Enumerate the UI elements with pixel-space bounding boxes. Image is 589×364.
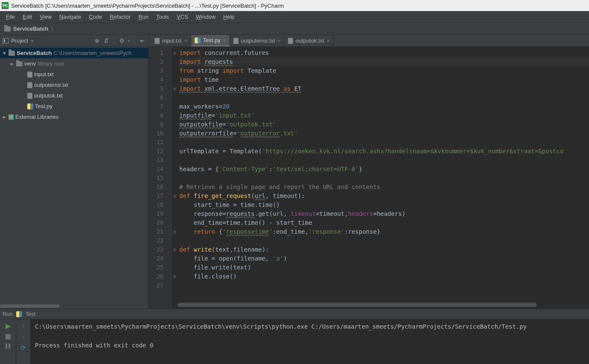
tree-item-outputok-txt[interactable]: outputok.txt (0, 90, 148, 101)
down-arrow-icon[interactable]: ↓ (22, 333, 25, 340)
tab-outputok-txt[interactable]: outputok.txt× (284, 35, 333, 46)
run-body: ▶ ↑ ↓ ⟳ C:\Users\maarten_smeets\PycharmP… (0, 319, 589, 364)
up-arrow-icon[interactable]: ↑ (22, 322, 25, 329)
code-line-25[interactable]: file.write(text) (179, 263, 589, 272)
tree-item-input-txt[interactable]: input.txt (0, 69, 148, 80)
menu-vcs[interactable]: VCS (173, 12, 192, 22)
project-panel-label[interactable]: Project (11, 37, 28, 44)
fold-gutter[interactable]: ⊟⊟⊟⊟⊟⊟ (172, 47, 178, 309)
close-icon[interactable]: × (223, 37, 226, 43)
library-icon (9, 115, 14, 120)
code-line-22[interactable] (179, 236, 589, 245)
code-line-19[interactable]: response=requests.get(url, timeout=timeo… (179, 209, 589, 218)
locate-icon[interactable]: ⊕ (93, 37, 100, 44)
app-icon: PC (2, 2, 9, 9)
text-file-icon (155, 38, 160, 44)
menu-view[interactable]: View (36, 12, 55, 22)
run-play-icon[interactable]: ▶ (6, 322, 11, 330)
code-line-11[interactable] (179, 138, 589, 147)
code-line-15[interactable] (179, 174, 589, 183)
tree-arrow-icon[interactable] (9, 60, 14, 67)
editor-area: input.txt×Test.py×outputerror.txt×output… (149, 35, 589, 309)
tab-test-py[interactable]: Test.py× (191, 35, 230, 46)
text-file-icon (288, 38, 293, 44)
chevron-down-icon[interactable]: ▾ (128, 38, 130, 43)
code-line-5[interactable]: import xml.etree.ElementTree as ET (179, 84, 589, 93)
menu-code[interactable]: Code (86, 12, 106, 22)
tree-item-venv[interactable]: venv library root (0, 58, 148, 69)
code-line-16[interactable]: # Retrieve a single page and report the … (179, 183, 589, 192)
menu-edit[interactable]: Edit (19, 12, 35, 22)
code-line-26[interactable]: file.close() (179, 272, 589, 281)
hide-icon[interactable]: ⇤ (139, 37, 146, 44)
menu-file[interactable]: File (3, 12, 18, 22)
code-line-6[interactable] (179, 93, 589, 102)
menu-help[interactable]: Help (220, 12, 238, 22)
run-tool-window: Run Test ▶ ↑ ↓ ⟳ C:\Users\maarten_smeets… (0, 309, 589, 364)
titlebar: PC ServiceBatch [C:\Users\maarten_smeets… (0, 0, 589, 11)
gear-icon[interactable]: ⚙ (118, 37, 125, 44)
close-icon[interactable]: × (327, 38, 330, 44)
menubar: FileEditViewNavigateCodeRefactorRunTools… (0, 11, 589, 23)
code-line-7[interactable]: max_workers=20 (179, 102, 589, 111)
code-line-1[interactable]: import concurrent.futures (179, 49, 589, 57)
horizontal-scrollbar[interactable] (0, 304, 148, 309)
code-line-2[interactable]: import requests (179, 57, 589, 66)
code-line-8[interactable]: inputfile='input.txt' (179, 111, 589, 120)
run-label[interactable]: Run (3, 311, 13, 317)
code-line-17[interactable]: def fire_get_request(url, timeout): (179, 192, 589, 201)
folder-icon (4, 26, 11, 32)
editor-tabs: input.txt×Test.py×outputerror.txt×output… (149, 35, 589, 47)
code-line-9[interactable]: outputokfile='outputok.txt' (179, 120, 589, 129)
run-stop-icon[interactable] (6, 334, 11, 339)
tree-label: ServiceBatch (17, 50, 52, 56)
breadcrumb-project[interactable]: ServiceBatch (13, 26, 48, 32)
code-content[interactable]: import concurrent.futuresimport requests… (178, 47, 589, 309)
run-pause-icon[interactable] (6, 344, 10, 349)
code-line-27[interactable] (179, 281, 589, 290)
code-line-24[interactable]: file = open(filename, 'a') (179, 254, 589, 263)
tree-suffix: library root (37, 60, 63, 67)
tree-arrow-icon[interactable] (2, 50, 7, 56)
dropdown-icon[interactable]: ▾ (31, 37, 34, 44)
close-icon[interactable]: × (278, 38, 281, 44)
tab-input-txt[interactable]: input.txt× (151, 35, 191, 46)
tree-arrow-icon[interactable] (2, 114, 7, 120)
code-line-18[interactable]: start_time = time.time() (179, 201, 589, 209)
code-editor[interactable]: 1234567891011121314151617181920212223242… (149, 47, 589, 309)
tree-item-outputerror-txt[interactable]: outputerror.txt (0, 80, 148, 90)
menu-tools[interactable]: Tools (153, 12, 172, 22)
code-line-14[interactable]: headers = {'Content-Type':'text/xml;char… (179, 165, 589, 174)
menu-navigate[interactable]: Navigate (56, 12, 84, 22)
menu-run[interactable]: Run (135, 12, 152, 22)
code-line-3[interactable]: from string import Template (179, 66, 589, 75)
tree-item-servicebatch[interactable]: ServiceBatch C:\Users\maarten_smeets\Pyc… (0, 48, 148, 58)
tab-outputerror-txt[interactable]: outputerror.txt× (230, 35, 284, 46)
menu-refactor[interactable]: Refactor (106, 12, 134, 22)
run-config-name[interactable]: Test (26, 311, 36, 317)
project-tree[interactable]: ServiceBatch C:\Users\maarten_smeets\Pyc… (0, 47, 148, 304)
code-line-13[interactable] (179, 156, 589, 165)
run-toolbar-secondary: ↑ ↓ ⟳ (16, 319, 31, 364)
code-line-10[interactable]: outputerrorfile='outputerror.txt' (179, 129, 589, 138)
tree-label: outputerror.txt (34, 82, 68, 88)
code-line-21[interactable]: return {'responsetime':end_time,'respons… (179, 227, 589, 236)
separator (114, 37, 114, 44)
run-console[interactable]: C:\Users\maarten_smeets\PycharmProjects\… (31, 319, 589, 364)
toggle-soft-wrap-icon[interactable]: ⟳ (20, 344, 26, 352)
code-line-4[interactable]: import time (179, 75, 589, 84)
python-file-icon (27, 103, 33, 109)
close-icon[interactable]: × (184, 38, 187, 44)
tree-item-external-libraries[interactable]: External Libraries (0, 112, 148, 122)
breadcrumb: ServiceBatch 〉 (0, 23, 589, 35)
editor-horizontal-scrollbar[interactable] (178, 303, 586, 307)
code-line-12[interactable]: urlTemplate = Template('https://zoeken.k… (179, 147, 589, 156)
collapse-icon[interactable]: ⇵ (103, 37, 109, 44)
menu-window[interactable]: Window (193, 12, 219, 22)
chevron-right-icon: 〉 (51, 25, 56, 33)
code-line-23[interactable]: def write(text,filename): (179, 245, 589, 254)
tree-item-test-py[interactable]: Test.py (0, 101, 148, 112)
code-line-20[interactable]: end_time=time.time() - start_time (179, 218, 589, 227)
python-file-icon (195, 37, 201, 43)
text-file-icon (233, 38, 238, 44)
